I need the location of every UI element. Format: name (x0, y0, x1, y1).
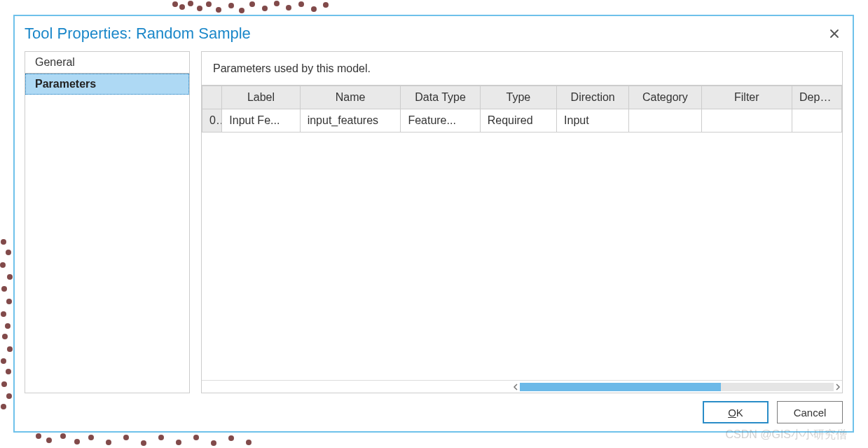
svg-point-40 (193, 435, 199, 440)
svg-point-28 (6, 393, 12, 399)
svg-point-24 (7, 346, 13, 352)
svg-point-19 (1, 286, 7, 292)
dialog-title: Tool Properties: Random Sample (25, 25, 251, 43)
scroll-left-icon[interactable] (511, 383, 520, 391)
scroll-thumb[interactable] (520, 383, 721, 391)
cell-data-type[interactable]: Feature... (401, 109, 480, 133)
scroll-track[interactable] (520, 383, 834, 391)
svg-point-43 (246, 440, 252, 445)
cell-name[interactable]: input_features (300, 109, 401, 133)
ok-button[interactable]: OK (703, 401, 769, 423)
col-header-data-type[interactable]: Data Type (401, 86, 480, 109)
col-header-direction[interactable]: Direction (557, 86, 629, 109)
col-header-label[interactable]: Label (222, 86, 300, 109)
panel-description: Parameters used by this model. (201, 51, 843, 85)
col-header-category[interactable]: Category (629, 86, 701, 109)
svg-point-14 (323, 2, 329, 8)
horizontal-scrollbar[interactable] (202, 380, 842, 393)
parameters-grid[interactable]: Label Name Data Type Type Direction Cate… (201, 85, 843, 393)
svg-point-25 (1, 358, 6, 364)
svg-point-22 (5, 323, 11, 329)
svg-point-18 (7, 274, 13, 280)
close-icon[interactable] (826, 25, 843, 42)
svg-point-9 (262, 6, 268, 11)
svg-point-33 (74, 439, 80, 444)
svg-point-13 (311, 6, 317, 12)
svg-point-10 (274, 1, 280, 6)
main-panel: Parameters used by this model. Label Nam… (201, 51, 843, 393)
svg-point-23 (2, 334, 8, 339)
cell-label[interactable]: Input Fe... (222, 109, 300, 133)
svg-point-35 (106, 440, 111, 445)
svg-point-1 (179, 4, 185, 10)
svg-point-4 (206, 1, 212, 7)
scroll-right-icon[interactable] (834, 383, 842, 391)
svg-point-15 (1, 239, 6, 245)
svg-point-8 (249, 1, 255, 7)
row-index[interactable]: 0 (202, 109, 222, 133)
cell-category[interactable] (629, 109, 701, 133)
row-header-corner (202, 86, 222, 109)
svg-point-3 (197, 6, 202, 11)
svg-point-16 (6, 250, 11, 255)
svg-point-32 (60, 433, 66, 439)
sidebar-item-general[interactable]: General (25, 52, 189, 74)
svg-point-20 (6, 299, 12, 304)
table-header-row: Label Name Data Type Type Direction Cate… (202, 86, 842, 109)
cancel-button[interactable]: Cancel (777, 401, 843, 423)
svg-point-5 (216, 7, 221, 13)
svg-point-34 (88, 435, 94, 440)
cell-filter[interactable] (701, 109, 792, 133)
svg-point-37 (141, 440, 146, 446)
ok-button-label: OK (728, 407, 743, 419)
svg-point-30 (36, 433, 41, 439)
svg-point-26 (6, 369, 11, 374)
svg-point-38 (158, 435, 164, 440)
dialog-titlebar: Tool Properties: Random Sample (15, 16, 853, 51)
svg-point-21 (1, 311, 6, 317)
svg-point-41 (211, 440, 216, 446)
svg-point-39 (176, 440, 181, 445)
svg-point-6 (228, 3, 234, 8)
tool-properties-dialog: Tool Properties: Random Sample General P… (13, 15, 854, 433)
svg-point-12 (298, 1, 304, 7)
col-header-filter[interactable]: Filter (701, 86, 792, 109)
svg-point-2 (188, 1, 193, 6)
svg-point-7 (239, 8, 244, 13)
svg-point-29 (1, 404, 6, 409)
col-header-name[interactable]: Name (300, 86, 401, 109)
dialog-footer: OK Cancel (15, 393, 853, 431)
cell-dependency[interactable] (792, 109, 842, 133)
svg-point-42 (228, 435, 234, 441)
sidebar-item-parameters[interactable]: Parameters (25, 74, 189, 95)
svg-point-27 (1, 381, 7, 387)
cancel-button-label: Cancel (794, 407, 827, 419)
col-header-type[interactable]: Type (480, 86, 556, 109)
table-row[interactable]: 0 Input Fe... input_features Feature... … (202, 109, 842, 133)
sidebar: General Parameters (25, 51, 190, 393)
svg-point-11 (286, 5, 291, 11)
svg-point-17 (0, 262, 6, 268)
svg-point-0 (172, 1, 178, 7)
col-header-dependency[interactable]: Dependency (792, 86, 842, 109)
svg-point-36 (123, 435, 129, 440)
cell-direction[interactable]: Input (557, 109, 629, 133)
cell-type[interactable]: Required (480, 109, 556, 133)
svg-point-31 (46, 437, 52, 443)
